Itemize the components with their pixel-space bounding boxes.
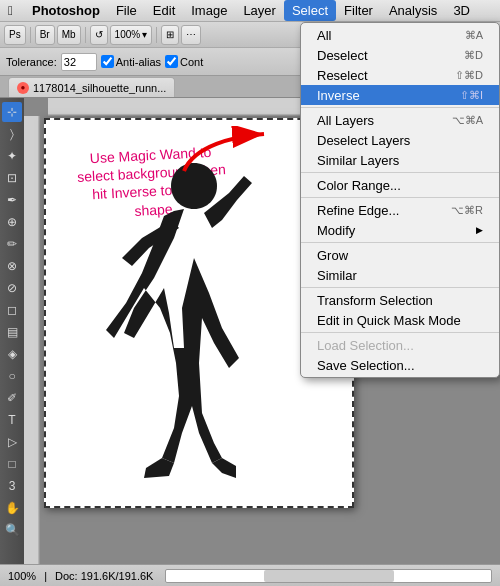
- tool-type[interactable]: T: [2, 410, 22, 430]
- menu-item-deselect[interactable]: Deselect ⌘D: [301, 45, 499, 65]
- menu-item-load-selection[interactable]: Load Selection...: [301, 335, 499, 355]
- left-toolbar: ⊹ 〉 ✦ ⊡ ✒ ⊕ ✏ ⊗ ⊘ ◻ ▤ ◈ ○ ✐ T ▷ □ 3 ✋ 🔍: [0, 98, 24, 564]
- menu-section-3: Color Range...: [301, 173, 499, 198]
- menu-item-deselect-layers[interactable]: Deselect Layers: [301, 130, 499, 150]
- tool-clone[interactable]: ⊗: [2, 256, 22, 276]
- tool-eraser[interactable]: ◻: [2, 300, 22, 320]
- document-tab[interactable]: ● 1178014_silhouette_runn...: [8, 77, 175, 97]
- menu-item-quick-mask[interactable]: Edit in Quick Mask Mode: [301, 310, 499, 330]
- menu-item-transform-selection[interactable]: Transform Selection: [301, 290, 499, 310]
- tab-filename: 1178014_silhouette_runn...: [33, 82, 166, 94]
- toolbar-zoom[interactable]: 100% ▾: [110, 25, 153, 45]
- menu-item-modify[interactable]: Modify: [301, 220, 499, 240]
- status-sep: |: [44, 570, 47, 582]
- menu-item-all-layers[interactable]: All Layers ⌥⌘A: [301, 110, 499, 130]
- toolbar-sep-2: [85, 27, 86, 43]
- toolbar-extras[interactable]: ⋯: [181, 25, 201, 45]
- menu-item-similar[interactable]: Similar: [301, 265, 499, 285]
- menu-layer[interactable]: Layer: [235, 0, 284, 21]
- svg-rect-2: [24, 116, 40, 564]
- tool-marquee[interactable]: ⊹: [2, 102, 22, 122]
- menu-item-reselect[interactable]: Reselect ⇧⌘D: [301, 65, 499, 85]
- tool-magic-wand[interactable]: ✦: [2, 146, 22, 166]
- tool-crop[interactable]: ⊡: [2, 168, 22, 188]
- tool-hand[interactable]: ✋: [2, 498, 22, 518]
- toolbar-screen[interactable]: ⊞: [161, 25, 179, 45]
- toolbar-mb[interactable]: Mb: [57, 25, 81, 45]
- scroll-bar[interactable]: [165, 569, 492, 583]
- contiguous-checkbox-group: Cont: [165, 55, 203, 68]
- menu-edit[interactable]: Edit: [145, 0, 183, 21]
- toolbar-sep-1: [30, 27, 31, 43]
- toolbar-br[interactable]: Br: [35, 25, 55, 45]
- scroll-thumb[interactable]: [264, 570, 394, 582]
- silhouette-svg: [74, 148, 294, 488]
- menu-select[interactable]: Select: [284, 0, 336, 21]
- menu-item-color-range[interactable]: Color Range...: [301, 175, 499, 195]
- select-dropdown-menu[interactable]: All ⌘A Deselect ⌘D Reselect ⇧⌘D Inverse …: [300, 22, 500, 378]
- toolbar-ps-icon[interactable]: Ps: [4, 25, 26, 45]
- tool-3d[interactable]: 3: [2, 476, 22, 496]
- tolerance-input[interactable]: [61, 53, 97, 71]
- tool-history[interactable]: ⊘: [2, 278, 22, 298]
- tool-gradient[interactable]: ▤: [2, 322, 22, 342]
- status-bar: 100% | Doc: 191.6K/191.6K: [0, 564, 500, 586]
- tool-healing[interactable]: ⊕: [2, 212, 22, 232]
- contiguous-label: Cont: [180, 56, 203, 68]
- tool-brush[interactable]: ✏: [2, 234, 22, 254]
- menu-section-2: All Layers ⌥⌘A Deselect Layers Similar L…: [301, 108, 499, 173]
- toolbar-sep-3: [156, 27, 157, 43]
- menu-section-5: Grow Similar: [301, 243, 499, 288]
- tool-pen[interactable]: ✐: [2, 388, 22, 408]
- arrow-annotation: [174, 126, 274, 179]
- antialias-checkbox[interactable]: [101, 55, 114, 68]
- menu-item-inverse[interactable]: Inverse ⇧⌘I: [301, 85, 499, 105]
- tool-path[interactable]: ▷: [2, 432, 22, 452]
- menu-item-similar-layers[interactable]: Similar Layers: [301, 150, 499, 170]
- contiguous-checkbox[interactable]: [165, 55, 178, 68]
- menu-item-grow[interactable]: Grow: [301, 245, 499, 265]
- apple-icon: : [8, 3, 13, 18]
- menu-item-save-selection[interactable]: Save Selection...: [301, 355, 499, 375]
- menu-file[interactable]: File: [108, 0, 145, 21]
- menu-section-6: Transform Selection Edit in Quick Mask M…: [301, 288, 499, 333]
- toolbar-rotate[interactable]: ↺: [90, 25, 108, 45]
- menu-3d[interactable]: 3D: [445, 0, 478, 21]
- zoom-level: 100%: [8, 570, 36, 582]
- tool-shape[interactable]: □: [2, 454, 22, 474]
- tool-zoom[interactable]: 🔍: [2, 520, 22, 540]
- tolerance-label: Tolerance:: [6, 56, 57, 68]
- tool-blur[interactable]: ◈: [2, 344, 22, 364]
- menu-filter[interactable]: Filter: [336, 0, 381, 21]
- ruler-left: [24, 116, 40, 564]
- antialias-label: Anti-alias: [116, 56, 161, 68]
- menu-item-refine-edge[interactable]: Refine Edge... ⌥⌘R: [301, 200, 499, 220]
- menu-image[interactable]: Image: [183, 0, 235, 21]
- menu-item-all[interactable]: All ⌘A: [301, 25, 499, 45]
- antialias-checkbox-group: Anti-alias: [101, 55, 161, 68]
- menu-section-7: Load Selection... Save Selection...: [301, 333, 499, 377]
- menu-bar:  Photoshop File Edit Image Layer Select…: [0, 0, 500, 22]
- tool-dodge[interactable]: ○: [2, 366, 22, 386]
- apple-menu[interactable]: : [0, 0, 24, 21]
- menu-photoshop[interactable]: Photoshop: [24, 0, 108, 21]
- tool-lasso[interactable]: 〉: [2, 124, 22, 144]
- menu-section-1: All ⌘A Deselect ⌘D Reselect ⇧⌘D Inverse …: [301, 23, 499, 108]
- menu-analysis[interactable]: Analysis: [381, 0, 445, 21]
- tab-close-btn[interactable]: ●: [17, 82, 29, 94]
- tool-eyedropper[interactable]: ✒: [2, 190, 22, 210]
- menu-section-4: Refine Edge... ⌥⌘R Modify: [301, 198, 499, 243]
- doc-info: Doc: 191.6K/191.6K: [55, 570, 153, 582]
